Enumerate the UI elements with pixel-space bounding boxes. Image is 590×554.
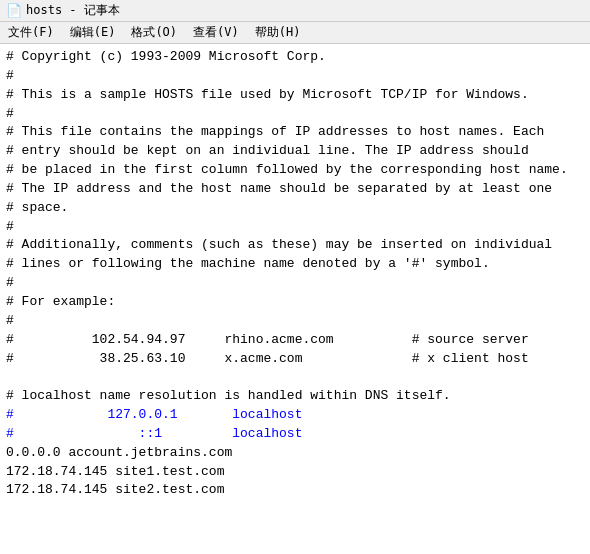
text-line: # lines or following the machine name de… [6, 255, 584, 274]
title-bar: 📄 hosts - 记事本 [0, 0, 590, 22]
text-line: # entry should be kept on an individual … [6, 142, 584, 161]
text-line: 172.18.74.145 site1.test.com [6, 463, 584, 482]
menu-item-edit[interactable]: 编辑(E) [66, 23, 120, 42]
text-editor-content[interactable]: # Copyright (c) 1993-2009 Microsoft Corp… [0, 44, 590, 554]
text-line: # 38.25.63.10 x.acme.com # x client host [6, 350, 584, 369]
text-line: # [6, 312, 584, 331]
text-line: # This is a sample HOSTS file used by Mi… [6, 86, 584, 105]
text-line: # Copyright (c) 1993-2009 Microsoft Corp… [6, 48, 584, 67]
menu-item-view[interactable]: 查看(V) [189, 23, 243, 42]
text-line [6, 368, 584, 387]
text-line: # [6, 218, 584, 237]
text-line: 172.18.74.145 site2.test.com [6, 481, 584, 500]
text-line: # For example: [6, 293, 584, 312]
text-line: # ::1 localhost [6, 425, 584, 444]
text-line: # [6, 274, 584, 293]
window-title: hosts - 记事本 [26, 2, 120, 19]
text-line: # 102.54.94.97 rhino.acme.com # source s… [6, 331, 584, 350]
menu-item-file[interactable]: 文件(F) [4, 23, 58, 42]
text-line: # be placed in the first column followed… [6, 161, 584, 180]
app-icon: 📄 [6, 3, 22, 19]
text-line: # Additionally, comments (such as these)… [6, 236, 584, 255]
text-line: # [6, 67, 584, 86]
menu-item-format[interactable]: 格式(O) [127, 23, 181, 42]
text-line: # The IP address and the host name shoul… [6, 180, 584, 199]
menu-bar: 文件(F)编辑(E)格式(O)查看(V)帮助(H) [0, 22, 590, 44]
text-line: # This file contains the mappings of IP … [6, 123, 584, 142]
menu-item-help[interactable]: 帮助(H) [251, 23, 305, 42]
text-line: # space. [6, 199, 584, 218]
text-line: # localhost name resolution is handled w… [6, 387, 584, 406]
text-line: 0.0.0.0 account.jetbrains.com [6, 444, 584, 463]
text-line: # 127.0.0.1 localhost [6, 406, 584, 425]
text-line: # [6, 105, 584, 124]
